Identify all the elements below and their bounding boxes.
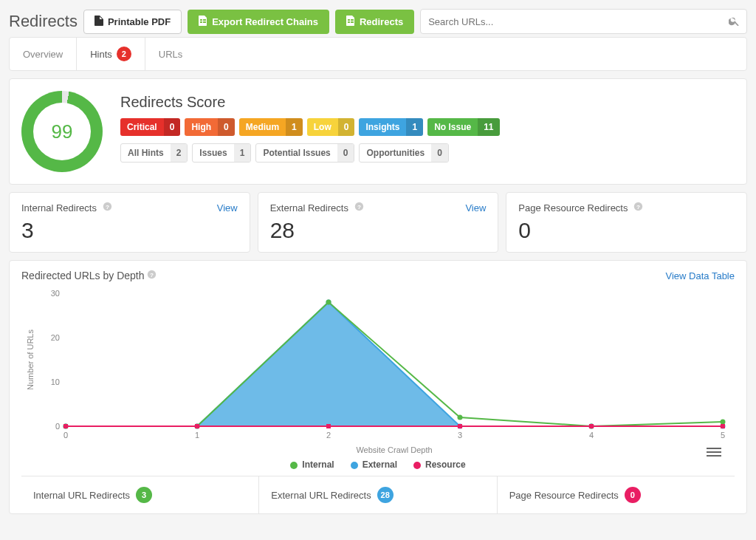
tab-hints-label: Hints bbox=[90, 49, 112, 60]
chip-count: 1 bbox=[234, 144, 251, 162]
chip-no-issue[interactable]: No Issue11 bbox=[427, 118, 499, 136]
stat-value: 28 bbox=[270, 218, 487, 243]
dot-icon bbox=[351, 462, 358, 469]
svg-text:10: 10 bbox=[51, 377, 60, 386]
chip-critical[interactable]: Critical0 bbox=[120, 118, 180, 136]
footer-external-redirects[interactable]: External URL Redirects 28 bbox=[259, 476, 497, 513]
score-value: 99 bbox=[52, 120, 73, 143]
tab-urls-label: URLs bbox=[159, 49, 183, 60]
legend-external[interactable]: External bbox=[351, 459, 397, 470]
stats-row: Internal Redirects ? View 3 External Red… bbox=[9, 192, 747, 253]
stat-label: Internal Redirects bbox=[21, 202, 97, 213]
spreadsheet-icon bbox=[199, 16, 207, 28]
svg-text:5: 5 bbox=[721, 431, 725, 440]
svg-text:?: ? bbox=[357, 204, 361, 211]
view-data-table-link[interactable]: View Data Table bbox=[666, 270, 735, 281]
svg-text:Website Crawl Depth: Website Crawl Depth bbox=[356, 445, 432, 454]
legend-label: Resource bbox=[425, 459, 466, 470]
svg-text:30: 30 bbox=[51, 289, 60, 298]
stat-page-resource-redirects: Page Resource Redirects ? 0 bbox=[506, 192, 747, 253]
svg-rect-34 bbox=[326, 424, 331, 428]
chip-count: 0 bbox=[338, 118, 355, 136]
help-icon[interactable]: ? bbox=[630, 202, 643, 213]
view-link[interactable]: View bbox=[465, 202, 486, 213]
chip-label: Potential Issues bbox=[256, 144, 337, 162]
printable-pdf-button[interactable]: Printable PDF bbox=[83, 10, 182, 34]
score-panel: 99 Redirects Score Critical0 High0 Mediu… bbox=[9, 78, 747, 185]
help-icon[interactable]: ? bbox=[147, 270, 157, 281]
chip-label: Issues bbox=[193, 144, 233, 162]
svg-rect-37 bbox=[721, 424, 725, 428]
svg-rect-33 bbox=[195, 424, 199, 428]
chip-count: 11 bbox=[478, 118, 499, 136]
svg-text:0: 0 bbox=[63, 431, 68, 440]
file-icon bbox=[94, 16, 103, 28]
footer-internal-redirects[interactable]: Internal URL Redirects 3 bbox=[21, 476, 259, 513]
footer-label: Page Resource Redirects bbox=[509, 490, 619, 501]
svg-text:2: 2 bbox=[326, 431, 331, 440]
score-title: Redirects Score bbox=[120, 94, 735, 111]
svg-text:20: 20 bbox=[51, 333, 60, 342]
chip-label: Medium bbox=[239, 118, 286, 136]
redirects-depth-chart: 0102030012345Website Crawl DepthNumber o… bbox=[21, 286, 738, 456]
chart-footer-tabs: Internal URL Redirects 3 External URL Re… bbox=[21, 476, 735, 513]
tab-hints[interactable]: Hints 2 bbox=[77, 38, 145, 70]
search-icon[interactable] bbox=[729, 16, 739, 28]
svg-text:?: ? bbox=[150, 272, 154, 278]
chip-count: 1 bbox=[406, 118, 423, 136]
chart-legend: Internal External Resource bbox=[21, 458, 735, 476]
severity-chips: Critical0 High0 Medium1 Low0 Insights1 N… bbox=[120, 118, 735, 136]
legend-resource[interactable]: Resource bbox=[413, 459, 466, 470]
filter-chips: All Hints2 Issues1 Potential Issues0 Opp… bbox=[120, 143, 735, 163]
chip-insights[interactable]: Insights1 bbox=[359, 118, 423, 136]
dot-icon bbox=[413, 462, 421, 469]
chip-high[interactable]: High0 bbox=[185, 118, 234, 136]
footer-count-badge: 0 bbox=[625, 487, 641, 503]
chip-label: Critical bbox=[120, 118, 164, 136]
svg-text:1: 1 bbox=[195, 431, 199, 440]
tabs: Overview Hints 2 URLs bbox=[9, 37, 747, 71]
svg-rect-35 bbox=[458, 424, 462, 428]
stat-label: External Redirects bbox=[270, 202, 348, 213]
help-icon[interactable]: ? bbox=[100, 202, 112, 213]
svg-point-29 bbox=[458, 415, 463, 420]
svg-point-31 bbox=[721, 420, 726, 425]
redirects-button[interactable]: Redirects bbox=[335, 10, 414, 34]
svg-text:0: 0 bbox=[55, 422, 60, 431]
chip-all-hints[interactable]: All Hints2 bbox=[120, 143, 188, 163]
tab-urls[interactable]: URLs bbox=[145, 38, 196, 70]
printable-pdf-label: Printable PDF bbox=[108, 16, 171, 27]
dot-icon bbox=[290, 462, 298, 469]
view-link[interactable]: View bbox=[217, 202, 238, 213]
chip-medium[interactable]: Medium1 bbox=[239, 118, 303, 136]
chip-potential-issues[interactable]: Potential Issues0 bbox=[255, 143, 354, 163]
chip-label: No Issue bbox=[427, 118, 478, 136]
export-chains-label: Export Redirect Chains bbox=[212, 16, 318, 27]
stat-value: 3 bbox=[21, 218, 238, 243]
chip-low[interactable]: Low0 bbox=[307, 118, 355, 136]
export-chains-button[interactable]: Export Redirect Chains bbox=[188, 10, 329, 34]
chip-count: 0 bbox=[218, 118, 235, 136]
footer-count-badge: 28 bbox=[377, 487, 394, 503]
footer-page-resource-redirects[interactable]: Page Resource Redirects 0 bbox=[498, 476, 735, 513]
stat-internal-redirects: Internal Redirects ? View 3 bbox=[9, 192, 250, 253]
chip-label: Opportunities bbox=[360, 144, 431, 162]
tab-overview[interactable]: Overview bbox=[10, 38, 77, 70]
svg-point-28 bbox=[326, 300, 331, 305]
svg-text:Number of URLs: Number of URLs bbox=[26, 329, 35, 390]
chip-label: All Hints bbox=[121, 144, 171, 162]
chip-label: Low bbox=[307, 118, 338, 136]
footer-label: Internal URL Redirects bbox=[33, 490, 130, 501]
search-input[interactable] bbox=[428, 16, 729, 27]
chip-opportunities[interactable]: Opportunities0 bbox=[359, 143, 448, 163]
help-icon[interactable]: ? bbox=[351, 202, 364, 213]
chart-menu-icon[interactable] bbox=[707, 448, 721, 457]
tab-overview-label: Overview bbox=[23, 49, 63, 60]
stat-value: 0 bbox=[518, 218, 735, 243]
chip-issues[interactable]: Issues1 bbox=[192, 143, 251, 163]
search-box[interactable] bbox=[420, 9, 747, 34]
legend-internal[interactable]: Internal bbox=[290, 459, 334, 470]
legend-label: Internal bbox=[302, 459, 334, 470]
chart-panel: Redirected URLs by Depth ? View Data Tab… bbox=[9, 260, 747, 514]
chip-count: 1 bbox=[286, 118, 303, 136]
